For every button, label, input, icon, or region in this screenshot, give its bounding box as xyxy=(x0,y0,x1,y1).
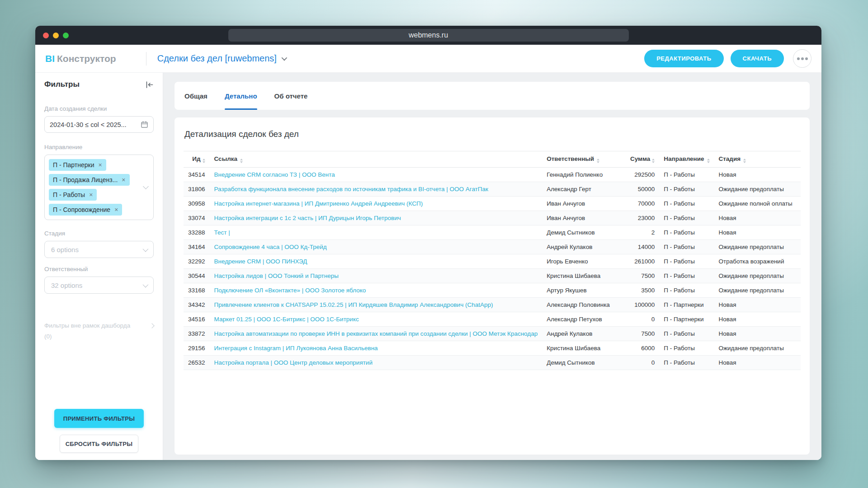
column-header-id[interactable]: Ид xyxy=(184,151,210,168)
column-label: Стадия xyxy=(719,155,741,162)
cell-link: Разработка функционала внесение расходов… xyxy=(210,182,542,197)
remove-tag-icon[interactable]: × xyxy=(99,162,102,168)
sort-icon[interactable] xyxy=(597,159,599,163)
direction-tag[interactable]: П - Сопровождение× xyxy=(49,204,122,216)
table-title: Детализация сделок без дел xyxy=(184,129,801,139)
remove-tag-icon[interactable]: × xyxy=(114,206,118,213)
tab-об-отчете[interactable]: Об отчете xyxy=(274,82,308,110)
deal-link[interactable]: Маркет 01.25 | ООО 1С-Битрикс | ООО 1С-Б… xyxy=(214,316,359,323)
maximize-window-button[interactable] xyxy=(63,33,69,38)
app-header: BIКонструктор Сделки без дел [ruwebmens]… xyxy=(35,45,821,73)
cell-direction: П - Работы xyxy=(659,283,714,298)
edit-button[interactable]: РЕДАКТИРОВАТЬ xyxy=(644,50,723,67)
stage-filter-label: Стадия xyxy=(44,230,154,237)
date-filter-value: 2024-01-30 ≤ col < 2025... xyxy=(50,121,141,128)
address-bar[interactable]: webmens.ru xyxy=(228,29,629,42)
cell-id: 33074 xyxy=(184,211,210,225)
cell-link: Интеграция с Instagram | ИП Лукоянова Ан… xyxy=(210,341,542,356)
cell-link: Настройка интеграции с 1с 2 часть | ИП Д… xyxy=(210,211,542,225)
remove-tag-icon[interactable]: × xyxy=(89,192,93,198)
column-header-link[interactable]: Ссылка xyxy=(210,151,542,168)
direction-tag[interactable]: П - Партнерки× xyxy=(49,159,106,171)
direction-tag[interactable]: П - Продажа Лиценз...× xyxy=(49,174,130,186)
deal-link[interactable]: Внедрение CRM | ООО ПИНХЭД xyxy=(214,258,307,265)
column-header-stage[interactable]: Стадия xyxy=(714,151,801,168)
sort-icon[interactable] xyxy=(652,159,655,163)
cell-sum: 14000 xyxy=(622,240,659,254)
column-label: Ид xyxy=(192,155,200,162)
report-title-dropdown[interactable]: Сделки без дел [ruwebmens] xyxy=(157,53,286,64)
apply-filters-button[interactable]: ПРИМЕНИТЬ ФИЛЬТРЫ xyxy=(54,409,144,428)
responsible-filter-select[interactable]: 32 options xyxy=(44,277,154,294)
deal-link[interactable]: Настройка лидов | ООО Тонкий и Партнеры xyxy=(214,272,339,279)
sort-icon[interactable] xyxy=(743,159,746,163)
deal-link[interactable]: Привлечение клиентов к CHATSAPP 15.02.25… xyxy=(214,301,493,308)
deal-link[interactable]: Разработка функционала внесение расходов… xyxy=(214,186,488,192)
header-divider xyxy=(146,52,146,66)
deal-link[interactable]: Подключение ОЛ «Вконтакте» | ООО Золотое… xyxy=(214,287,366,294)
cell-id: 34164 xyxy=(184,240,210,254)
cell-direction: П - Работы xyxy=(659,356,714,370)
deal-link[interactable]: Интеграция с Instagram | ИП Лукоянова Ан… xyxy=(214,345,378,352)
outer-filters-link[interactable]: Фильтры вне рамок дашборда (0) xyxy=(44,320,154,343)
tab-детально[interactable]: Детально xyxy=(225,82,257,110)
deal-link[interactable]: Тест | xyxy=(214,229,230,236)
column-header-responsible[interactable]: Ответственный xyxy=(542,151,622,168)
cell-id: 30544 xyxy=(184,269,210,283)
column-header-sum[interactable]: Сумма xyxy=(622,151,659,168)
deal-link[interactable]: Сопровождение 4 часа | ООО Кд-Трейд xyxy=(214,244,327,250)
deal-link[interactable]: Настройка автоматизации по проверке ИНН … xyxy=(214,330,538,337)
table-row: 29156Интеграция с Instagram | ИП Лукояно… xyxy=(184,341,801,356)
sort-icon[interactable] xyxy=(707,159,710,163)
cell-link: Настройка портала | ООО Центр деловых ме… xyxy=(210,356,542,370)
sort-icon[interactable] xyxy=(203,159,205,163)
reset-filters-button[interactable]: СБРОСИТЬ ФИЛЬТРЫ xyxy=(60,435,138,453)
ellipsis-icon xyxy=(797,57,800,60)
download-button[interactable]: СКАЧАТЬ xyxy=(731,50,784,67)
collapse-sidebar-icon[interactable] xyxy=(145,81,154,89)
cell-stage: Новая xyxy=(714,312,801,327)
direction-filter-select[interactable]: П - Партнерки×П - Продажа Лиценз...×П - … xyxy=(44,155,154,220)
cell-responsible: Андрей Кулаков xyxy=(542,327,622,341)
date-filter-input[interactable]: 2024-01-30 ≤ col < 2025... xyxy=(44,116,154,133)
cell-sum: 50000 xyxy=(622,182,659,197)
close-window-button[interactable] xyxy=(43,33,49,38)
tab-общая[interactable]: Общая xyxy=(184,82,208,110)
sort-icon[interactable] xyxy=(240,159,243,163)
deal-link[interactable]: Внедрение CRM согласно ТЗ | ООО Вента xyxy=(214,171,335,178)
cell-id: 34342 xyxy=(184,298,210,312)
cell-direction: П - Работы xyxy=(659,327,714,341)
address-bar-url: webmens.ru xyxy=(409,31,448,39)
content-area: Фильтры Дата создания сделки 2024-01-30 … xyxy=(35,73,821,460)
chevron-down-icon xyxy=(143,282,149,287)
table-row: 33288Тест |Демид Сытников2П - РаботыНова… xyxy=(184,225,801,240)
table-row: 33872Настройка автоматизации по проверке… xyxy=(184,327,801,341)
column-header-direction[interactable]: Направление xyxy=(659,151,714,168)
stage-filter-select[interactable]: 6 options xyxy=(44,241,154,258)
cell-link: Внедрение CRM согласно ТЗ | ООО Вента xyxy=(210,168,542,182)
cell-responsible: Игорь Евченко xyxy=(542,254,622,269)
cell-stage: Отработка возражений xyxy=(714,254,801,269)
deal-link[interactable]: Настройка интеграции с 1с 2 часть | ИП Д… xyxy=(214,215,401,221)
header-actions: РЕДАКТИРОВАТЬ СКАЧАТЬ xyxy=(644,49,811,68)
deal-link[interactable]: Настройка интернет-магазина | ИП Дмитрие… xyxy=(214,200,423,207)
responsible-filter-placeholder: 32 options xyxy=(51,282,82,289)
remove-tag-icon[interactable]: × xyxy=(122,177,125,183)
cell-id: 33288 xyxy=(184,225,210,240)
chevron-down-icon xyxy=(281,55,287,61)
direction-tag[interactable]: П - Работы× xyxy=(49,189,97,201)
direction-tags: П - Партнерки×П - Продажа Лиценз...×П - … xyxy=(49,159,142,216)
cell-sum: 100000 xyxy=(622,298,659,312)
more-actions-button[interactable] xyxy=(793,49,811,68)
cell-sum: 2 xyxy=(622,225,659,240)
cell-sum: 6000 xyxy=(622,341,659,356)
minimize-window-button[interactable] xyxy=(53,33,59,38)
cell-link: Сопровождение 4 часа | ООО Кд-Трейд xyxy=(210,240,542,254)
cell-stage: Ожидание предоплаты xyxy=(714,341,801,356)
table-row: 33168Подключение ОЛ «Вконтакте» | ООО Зо… xyxy=(184,283,801,298)
cell-direction: П - Работы xyxy=(659,211,714,225)
cell-id: 26532 xyxy=(184,356,210,370)
table-header-row: ИдСсылкаОтветственныйСуммаНаправлениеСта… xyxy=(184,151,801,168)
deal-link[interactable]: Настройка портала | ООО Центр деловых ме… xyxy=(214,359,373,366)
table-row: 34514Внедрение CRM согласно ТЗ | ООО Вен… xyxy=(184,168,801,182)
